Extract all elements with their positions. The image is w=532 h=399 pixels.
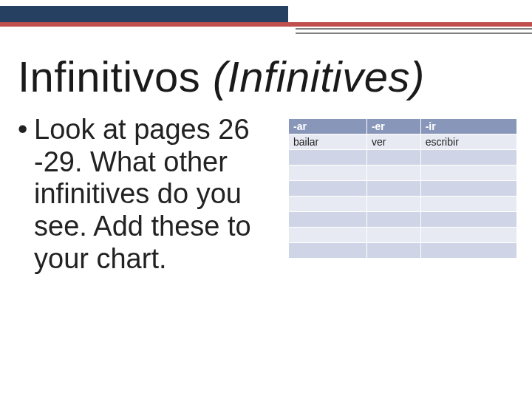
table-cell: escribir bbox=[420, 134, 516, 150]
table-row bbox=[289, 181, 517, 197]
decorative-bar-blue bbox=[0, 6, 288, 22]
table-cell bbox=[420, 181, 516, 197]
bullet-icon: • bbox=[18, 114, 34, 275]
table-row bbox=[289, 166, 517, 181]
table-cell bbox=[289, 166, 367, 181]
decorative-rule bbox=[296, 28, 532, 30]
title-italic: (Infinitives) bbox=[213, 52, 425, 100]
table-cell bbox=[420, 212, 516, 228]
table-cell bbox=[366, 212, 420, 228]
table-cell bbox=[366, 181, 420, 197]
table-cell bbox=[366, 228, 420, 243]
bullet-item: • Look at pages 26 -29. What other infin… bbox=[18, 114, 273, 275]
table-cell bbox=[366, 150, 420, 166]
infinitives-table: -ar -er -ir bailar ver escribir bbox=[288, 118, 517, 259]
table-row bbox=[289, 150, 517, 166]
title-main: Infinitivos bbox=[18, 52, 213, 100]
table-cell bbox=[366, 243, 420, 259]
bullet-text: Look at pages 26 -29. What other infinit… bbox=[34, 114, 273, 275]
table-row: bailar ver escribir bbox=[289, 134, 517, 150]
table-row bbox=[289, 228, 517, 243]
decorative-bar-red bbox=[0, 22, 532, 27]
table-row bbox=[289, 243, 517, 259]
table-cell bbox=[289, 197, 367, 212]
table-cell bbox=[289, 150, 367, 166]
table-cell bbox=[289, 228, 367, 243]
table-row bbox=[289, 197, 517, 212]
decorative-rule bbox=[296, 33, 532, 34]
table-cell bbox=[420, 228, 516, 243]
table-cell bbox=[420, 197, 516, 212]
slide-title: Infinitivos (Infinitives) bbox=[18, 52, 520, 101]
table-cell bbox=[366, 197, 420, 212]
table-cell: bailar bbox=[289, 134, 367, 150]
table-cell: ver bbox=[366, 134, 420, 150]
table-cell bbox=[289, 181, 367, 197]
table-cell bbox=[420, 243, 516, 259]
table-cell bbox=[289, 212, 367, 228]
table-cell bbox=[289, 243, 367, 259]
table-header-ar: -ar bbox=[289, 119, 367, 134]
table-cell bbox=[420, 150, 516, 166]
table-header-ir: -ir bbox=[420, 119, 516, 134]
table-header-er: -er bbox=[366, 119, 420, 134]
table-cell bbox=[366, 166, 420, 181]
table-cell bbox=[420, 166, 516, 181]
body-text: • Look at pages 26 -29. What other infin… bbox=[18, 114, 273, 275]
table-row bbox=[289, 212, 517, 228]
table-header-row: -ar -er -ir bbox=[289, 119, 517, 134]
